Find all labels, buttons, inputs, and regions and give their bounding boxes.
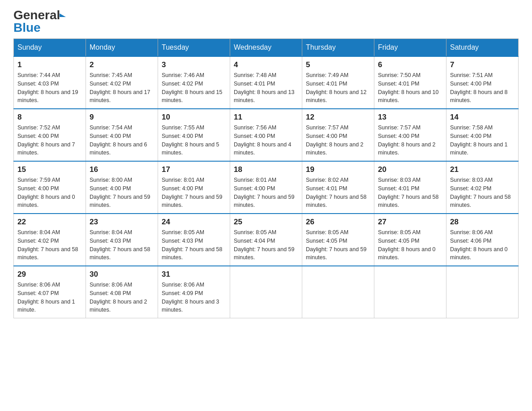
day-number: 9: [90, 113, 154, 122]
logo: General Blue: [13, 9, 64, 34]
day-info: Sunrise: 7:59 AM Sunset: 4:00 PM Dayligh…: [17, 176, 82, 210]
calendar-header-tuesday: Tuesday: [158, 39, 230, 57]
day-number: 4: [234, 60, 298, 69]
day-info: Sunrise: 7:56 AM Sunset: 4:00 PM Dayligh…: [234, 124, 298, 157]
calendar-cell: 9 Sunrise: 7:54 AM Sunset: 4:00 PM Dayli…: [86, 109, 158, 161]
day-number: 23: [90, 218, 154, 227]
calendar-cell: 26 Sunrise: 8:05 AM Sunset: 4:05 PM Dayl…: [302, 214, 374, 266]
day-number: 7: [450, 60, 515, 69]
day-info: Sunrise: 7:55 AM Sunset: 4:00 PM Dayligh…: [162, 124, 226, 157]
calendar-cell: 14 Sunrise: 7:58 AM Sunset: 4:00 PM Dayl…: [446, 109, 519, 161]
calendar-header-thursday: Thursday: [302, 39, 374, 57]
calendar-cell: 12 Sunrise: 7:57 AM Sunset: 4:00 PM Dayl…: [302, 109, 374, 161]
calendar-cell: 31 Sunrise: 8:06 AM Sunset: 4:09 PM Dayl…: [158, 266, 230, 318]
day-info: Sunrise: 7:45 AM Sunset: 4:02 PM Dayligh…: [90, 71, 154, 105]
day-info: Sunrise: 8:01 AM Sunset: 4:00 PM Dayligh…: [234, 176, 298, 210]
calendar-cell: 18 Sunrise: 8:01 AM Sunset: 4:00 PM Dayl…: [230, 161, 302, 214]
calendar-cell: 17 Sunrise: 8:01 AM Sunset: 4:00 PM Dayl…: [158, 161, 230, 214]
calendar-week-row: 22 Sunrise: 8:04 AM Sunset: 4:02 PM Dayl…: [14, 214, 519, 266]
day-number: 10: [162, 113, 226, 122]
calendar-cell: 3 Sunrise: 7:46 AM Sunset: 4:02 PM Dayli…: [158, 56, 230, 109]
day-info: Sunrise: 8:01 AM Sunset: 4:00 PM Dayligh…: [162, 176, 226, 210]
day-info: Sunrise: 8:05 AM Sunset: 4:04 PM Dayligh…: [234, 228, 298, 262]
calendar-cell: [446, 266, 519, 318]
calendar-week-row: 29 Sunrise: 8:06 AM Sunset: 4:07 PM Dayl…: [14, 266, 519, 318]
day-number: 21: [450, 165, 515, 174]
logo-triangle-icon: [60, 13, 66, 17]
day-info: Sunrise: 7:44 AM Sunset: 4:03 PM Dayligh…: [17, 71, 82, 105]
day-info: Sunrise: 7:58 AM Sunset: 4:00 PM Dayligh…: [450, 124, 515, 157]
logo-blue-text: Blue: [13, 21, 41, 34]
day-number: 17: [162, 165, 226, 174]
day-number: 29: [17, 270, 82, 279]
day-info: Sunrise: 8:05 AM Sunset: 4:05 PM Dayligh…: [306, 228, 370, 262]
day-info: Sunrise: 8:05 AM Sunset: 4:03 PM Dayligh…: [162, 228, 226, 262]
calendar-cell: 6 Sunrise: 7:50 AM Sunset: 4:01 PM Dayli…: [374, 56, 446, 109]
day-info: Sunrise: 8:04 AM Sunset: 4:03 PM Dayligh…: [90, 228, 154, 262]
calendar-cell: [230, 266, 302, 318]
calendar-week-row: 8 Sunrise: 7:52 AM Sunset: 4:00 PM Dayli…: [14, 109, 519, 161]
day-number: 16: [90, 165, 154, 174]
calendar-cell: 19 Sunrise: 8:02 AM Sunset: 4:01 PM Dayl…: [302, 161, 374, 214]
day-info: Sunrise: 8:06 AM Sunset: 4:06 PM Dayligh…: [450, 228, 515, 262]
day-info: Sunrise: 8:03 AM Sunset: 4:02 PM Dayligh…: [450, 176, 515, 210]
calendar-cell: 1 Sunrise: 7:44 AM Sunset: 4:03 PM Dayli…: [14, 56, 86, 109]
day-info: Sunrise: 7:48 AM Sunset: 4:01 PM Dayligh…: [234, 71, 298, 105]
calendar-header-row: SundayMondayTuesdayWednesdayThursdayFrid…: [14, 39, 519, 57]
calendar-cell: 13 Sunrise: 7:57 AM Sunset: 4:00 PM Dayl…: [374, 109, 446, 161]
day-number: 13: [378, 113, 442, 122]
day-number: 15: [17, 165, 82, 174]
calendar-cell: 15 Sunrise: 7:59 AM Sunset: 4:00 PM Dayl…: [14, 161, 86, 214]
calendar-table: SundayMondayTuesdayWednesdayThursdayFrid…: [13, 39, 519, 318]
day-number: 19: [306, 165, 370, 174]
calendar-cell: 27 Sunrise: 8:05 AM Sunset: 4:05 PM Dayl…: [374, 214, 446, 266]
calendar-cell: 29 Sunrise: 8:06 AM Sunset: 4:07 PM Dayl…: [14, 266, 86, 318]
calendar-cell: 4 Sunrise: 7:48 AM Sunset: 4:01 PM Dayli…: [230, 56, 302, 109]
page-header: General Blue: [13, 9, 519, 34]
logo-general-text: General: [13, 9, 60, 21]
calendar-cell: 11 Sunrise: 7:56 AM Sunset: 4:00 PM Dayl…: [230, 109, 302, 161]
calendar-cell: 22 Sunrise: 8:04 AM Sunset: 4:02 PM Dayl…: [14, 214, 86, 266]
calendar-cell: 8 Sunrise: 7:52 AM Sunset: 4:00 PM Dayli…: [14, 109, 86, 161]
calendar-cell: [302, 266, 374, 318]
calendar-week-row: 1 Sunrise: 7:44 AM Sunset: 4:03 PM Dayli…: [14, 56, 519, 109]
calendar-cell: 16 Sunrise: 8:00 AM Sunset: 4:00 PM Dayl…: [86, 161, 158, 214]
day-number: 25: [234, 218, 298, 227]
day-number: 12: [306, 113, 370, 122]
day-number: 3: [162, 60, 226, 69]
calendar-cell: 28 Sunrise: 8:06 AM Sunset: 4:06 PM Dayl…: [446, 214, 519, 266]
day-number: 1: [17, 60, 82, 69]
day-number: 14: [450, 113, 515, 122]
calendar-header-friday: Friday: [374, 39, 446, 57]
calendar-cell: 2 Sunrise: 7:45 AM Sunset: 4:02 PM Dayli…: [86, 56, 158, 109]
day-number: 28: [450, 218, 515, 227]
day-info: Sunrise: 7:54 AM Sunset: 4:00 PM Dayligh…: [90, 124, 154, 157]
day-number: 31: [162, 270, 226, 279]
day-info: Sunrise: 8:06 AM Sunset: 4:08 PM Dayligh…: [90, 281, 154, 314]
day-number: 8: [17, 113, 82, 122]
day-number: 24: [162, 218, 226, 227]
day-info: Sunrise: 7:51 AM Sunset: 4:00 PM Dayligh…: [450, 71, 515, 105]
day-info: Sunrise: 8:00 AM Sunset: 4:00 PM Dayligh…: [90, 176, 154, 210]
calendar-header-saturday: Saturday: [446, 39, 519, 57]
day-info: Sunrise: 7:57 AM Sunset: 4:00 PM Dayligh…: [378, 124, 442, 157]
day-info: Sunrise: 7:57 AM Sunset: 4:00 PM Dayligh…: [306, 124, 370, 157]
calendar-cell: 30 Sunrise: 8:06 AM Sunset: 4:08 PM Dayl…: [86, 266, 158, 318]
day-number: 2: [90, 60, 154, 69]
calendar-cell: 21 Sunrise: 8:03 AM Sunset: 4:02 PM Dayl…: [446, 161, 519, 214]
day-info: Sunrise: 8:04 AM Sunset: 4:02 PM Dayligh…: [17, 228, 82, 262]
day-info: Sunrise: 7:46 AM Sunset: 4:02 PM Dayligh…: [162, 71, 226, 105]
calendar-cell: [374, 266, 446, 318]
calendar-week-row: 15 Sunrise: 7:59 AM Sunset: 4:00 PM Dayl…: [14, 161, 519, 214]
day-info: Sunrise: 8:02 AM Sunset: 4:01 PM Dayligh…: [306, 176, 370, 210]
day-number: 27: [378, 218, 442, 227]
calendar-cell: 7 Sunrise: 7:51 AM Sunset: 4:00 PM Dayli…: [446, 56, 519, 109]
day-info: Sunrise: 7:52 AM Sunset: 4:00 PM Dayligh…: [17, 124, 82, 157]
day-number: 26: [306, 218, 370, 227]
calendar-header-monday: Monday: [86, 39, 158, 57]
calendar-cell: 24 Sunrise: 8:05 AM Sunset: 4:03 PM Dayl…: [158, 214, 230, 266]
calendar-header-sunday: Sunday: [14, 39, 86, 57]
calendar-cell: 25 Sunrise: 8:05 AM Sunset: 4:04 PM Dayl…: [230, 214, 302, 266]
day-number: 20: [378, 165, 442, 174]
day-number: 6: [378, 60, 442, 69]
